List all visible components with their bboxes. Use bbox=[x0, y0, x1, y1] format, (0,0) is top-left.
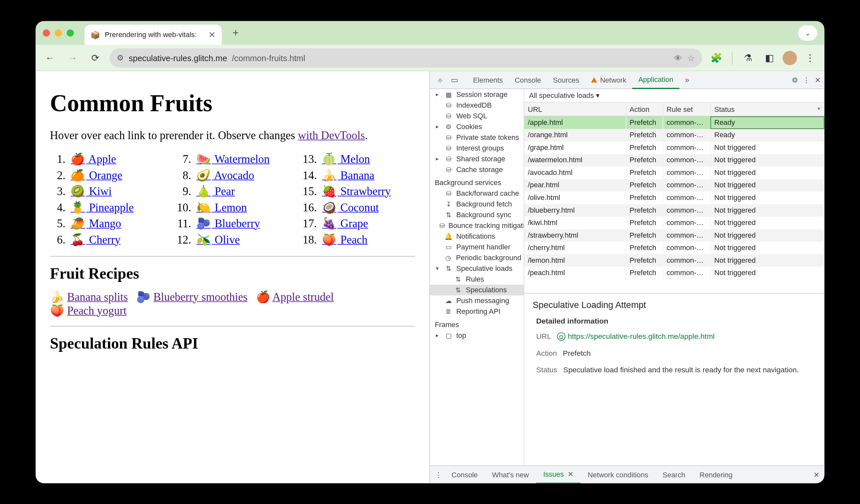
table-row[interactable]: /apple.htmlPrefetchcommon-…Ready bbox=[524, 116, 824, 129]
column-header[interactable]: Action bbox=[626, 103, 663, 116]
table-row[interactable]: /grape.htmlPrefetchcommon-…Not triggered bbox=[524, 141, 824, 154]
sidebar-item[interactable]: ⛁Interest groups bbox=[430, 142, 524, 153]
profile-avatar[interactable] bbox=[783, 51, 797, 65]
new-tab-button[interactable]: + bbox=[226, 27, 245, 39]
forward-button[interactable]: → bbox=[64, 49, 81, 66]
fruit-link[interactable]: 🍈 Melon bbox=[322, 153, 370, 165]
sidebar-item[interactable]: 🗎Reporting API bbox=[430, 306, 524, 317]
fruit-link[interactable]: 🫒 Olive bbox=[197, 233, 240, 245]
table-row[interactable]: /lemon.htmlPrefetchcommon-…Not triggered bbox=[524, 254, 824, 267]
close-devtools-icon[interactable]: ✕ bbox=[815, 75, 821, 84]
close-tab-icon[interactable]: ✕ bbox=[209, 30, 216, 39]
close-window-button[interactable] bbox=[43, 29, 50, 37]
fruit-link[interactable]: 🍍 Pineapple bbox=[71, 201, 134, 213]
labs-icon[interactable]: ⚗ bbox=[740, 49, 756, 66]
fruit-link[interactable]: 🍓 Strawberry bbox=[322, 185, 391, 197]
menu-icon[interactable]: ⋮ bbox=[802, 49, 818, 66]
sidebar-item[interactable]: 🔔Notifications bbox=[430, 231, 524, 242]
fruit-link[interactable]: 🍋 Lemon bbox=[197, 201, 247, 213]
table-row[interactable]: /olive.htmlPrefetchcommon-…Not triggered bbox=[524, 191, 824, 204]
sidebar-item[interactable]: ↧Background fetch bbox=[430, 199, 524, 210]
sidebar-item[interactable]: ▸▦Session storage bbox=[430, 89, 524, 100]
fruit-link[interactable]: 🍉 Watermelon bbox=[197, 153, 270, 165]
fruit-link[interactable]: 🍎 Apple bbox=[71, 153, 116, 165]
table-row[interactable]: /kiwi.htmlPrefetchcommon-…Not triggered bbox=[524, 216, 824, 229]
back-button[interactable]: ← bbox=[42, 49, 58, 66]
fruit-link[interactable]: 🍐 Pear bbox=[197, 185, 235, 197]
inspect-icon[interactable]: ⟐ bbox=[433, 75, 447, 84]
sidebar-item[interactable]: ⛁IndexedDB bbox=[430, 100, 524, 110]
column-header[interactable]: Rule set bbox=[662, 103, 711, 116]
drawer-tab-search[interactable]: Search bbox=[655, 466, 692, 483]
drawer-tab-console[interactable]: Console bbox=[444, 466, 485, 483]
sidebar-item[interactable]: ⛁Web SQL bbox=[430, 110, 524, 121]
table-row[interactable]: /watermelon.htmlPrefetchcommon-…Not trig… bbox=[524, 154, 824, 166]
sidebar-item[interactable]: ▾⇅Speculative loads bbox=[430, 263, 524, 274]
table-row[interactable]: /peach.htmlPrefetchcommon-…Not triggered bbox=[524, 266, 824, 279]
close-icon[interactable]: ✕ bbox=[568, 470, 573, 478]
more-tabs-icon[interactable]: » bbox=[680, 75, 693, 84]
table-row[interactable]: /orange.htmlPrefetchcommon-…Ready bbox=[524, 128, 824, 141]
side-panel-icon[interactable]: ◧ bbox=[761, 49, 778, 66]
sidebar-item[interactable]: ▸⚙Cookies bbox=[430, 121, 524, 132]
fruit-link[interactable]: 🥑 Avocado bbox=[197, 169, 254, 181]
devtools-tab-sources[interactable]: Sources bbox=[547, 71, 585, 88]
drawer-menu-icon[interactable]: ⋮ bbox=[435, 470, 442, 479]
sidebar-item[interactable]: ⇅Background sync bbox=[430, 210, 524, 220]
fruit-link[interactable]: 🫐 Blueberry bbox=[197, 217, 260, 230]
recipe-link[interactable]: Peach yogurt bbox=[67, 304, 127, 317]
fruit-link[interactable]: 🥝 Kiwi bbox=[71, 185, 112, 197]
device-toggle-icon[interactable]: ▭ bbox=[448, 75, 461, 84]
column-header[interactable]: Status bbox=[711, 103, 824, 116]
devtools-tab-elements[interactable]: Elements bbox=[467, 71, 509, 88]
drawer-tab-rendering[interactable]: Rendering bbox=[692, 466, 740, 483]
settings-icon[interactable]: ⚙ bbox=[792, 75, 798, 84]
table-row[interactable]: /cherry.htmlPrefetchcommon-…Not triggere… bbox=[524, 241, 824, 254]
devtools-tab-application[interactable]: Application bbox=[632, 71, 679, 88]
filter-dropdown[interactable]: All speculative loads ▾ bbox=[529, 91, 600, 100]
close-drawer-icon[interactable]: ✕ bbox=[814, 470, 819, 479]
sidebar-item[interactable]: ⛁Cache storage bbox=[430, 164, 524, 175]
minimize-window-button[interactable] bbox=[55, 29, 62, 37]
sidebar-item[interactable]: ⇅Speculations bbox=[430, 285, 524, 295]
column-header[interactable]: URL bbox=[524, 103, 626, 116]
maximize-window-button[interactable] bbox=[67, 29, 74, 37]
tabs-overflow-button[interactable]: ⌄ bbox=[798, 25, 817, 41]
recipe-link[interactable]: Apple strudel bbox=[272, 290, 334, 303]
devtools-tab-network[interactable]: Network bbox=[585, 71, 632, 88]
fruit-link[interactable]: 🍇 Grape bbox=[322, 217, 368, 230]
sidebar-item[interactable]: ▭Payment handler bbox=[430, 242, 524, 252]
address-bar[interactable]: ⚙ speculative-rules.glitch.me/common-fru… bbox=[110, 48, 702, 67]
fruit-link[interactable]: 🍒 Cherry bbox=[71, 233, 120, 245]
sidebar-item[interactable]: ⛁Private state tokens bbox=[430, 132, 524, 142]
detail-url-link[interactable]: https://speculative-rules.glitch.me/appl… bbox=[568, 332, 715, 341]
frame-top[interactable]: ▸▢top bbox=[430, 330, 524, 341]
sidebar-item[interactable]: ◷Periodic background bbox=[430, 252, 524, 263]
fruit-link[interactable]: 🥭 Mango bbox=[71, 217, 121, 230]
sidebar-item[interactable]: ⛁Back/forward cache bbox=[430, 188, 524, 199]
fruit-link[interactable]: 🥥 Coconut bbox=[322, 201, 379, 213]
fruit-link[interactable]: 🍊 Orange bbox=[71, 169, 122, 181]
drawer-tab-network-conditions[interactable]: Network conditions bbox=[580, 466, 655, 483]
recipe-link[interactable]: Blueberry smoothies bbox=[154, 290, 247, 303]
table-row[interactable]: /blueberry.htmlPrefetchcommon-…Not trigg… bbox=[524, 204, 824, 216]
sidebar-item[interactable]: ▸⛁Shared storage bbox=[430, 153, 524, 164]
sidebar-item[interactable]: ☁Push messaging bbox=[430, 295, 524, 306]
drawer-tab-issues[interactable]: Issues ✕ bbox=[536, 466, 580, 483]
table-row[interactable]: /pear.htmlPrefetchcommon-…Not triggered bbox=[524, 178, 824, 191]
bookmark-icon[interactable]: ☆ bbox=[687, 53, 695, 62]
table-row[interactable]: /avocado.htmlPrefetchcommon-…Not trigger… bbox=[524, 166, 824, 179]
extensions-icon[interactable]: 🧩 bbox=[708, 49, 725, 66]
eye-off-icon[interactable]: 👁 bbox=[674, 53, 683, 62]
sidebar-item[interactable]: ⛁Bounce tracking mitigation bbox=[430, 220, 524, 231]
drawer-tab-what-s-new[interactable]: What's new bbox=[485, 466, 536, 483]
fruit-link[interactable]: 🍌 Banana bbox=[322, 169, 374, 181]
table-row[interactable]: /strawberry.htmlPrefetchcommon-…Not trig… bbox=[524, 229, 824, 241]
browser-tab[interactable]: 📦 Prerendering with web-vitals: ✕ bbox=[85, 24, 222, 45]
kebab-icon[interactable]: ⋮ bbox=[803, 75, 810, 84]
sidebar-item[interactable]: ⇅Rules bbox=[430, 274, 524, 285]
fruit-link[interactable]: 🍑 Peach bbox=[322, 233, 368, 245]
recipe-link[interactable]: Banana splits bbox=[67, 290, 128, 303]
devtools-link[interactable]: with DevTools bbox=[298, 129, 365, 142]
reload-button[interactable]: ⟳ bbox=[87, 49, 103, 66]
